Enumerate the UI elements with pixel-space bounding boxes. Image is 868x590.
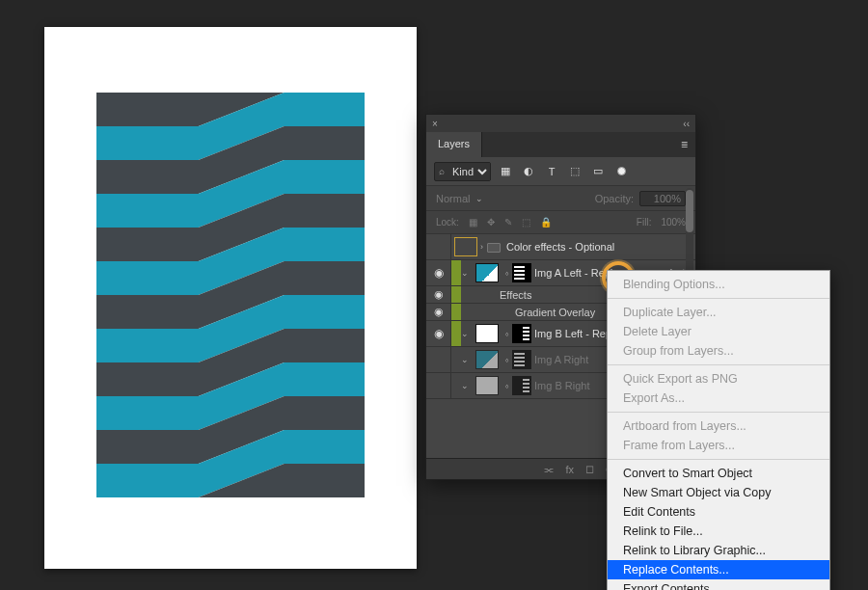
menu-item[interactable]: Convert to Smart Object xyxy=(608,464,829,483)
kind-dropdown[interactable]: Kind xyxy=(448,163,490,180)
chevron-down-icon[interactable]: ⌄ xyxy=(461,355,473,364)
chevron-down-icon[interactable]: ⌄ xyxy=(461,329,473,338)
link-icon: ⬨ xyxy=(502,329,512,338)
chevron-down-icon: ⌄ xyxy=(475,194,487,203)
group-icon xyxy=(454,237,477,256)
lock-all-icon[interactable]: 🔒 xyxy=(540,217,552,228)
layer-row-color-effects[interactable]: ›Color effects - Optional xyxy=(426,234,695,260)
visibility-toggle[interactable]: ◉ xyxy=(426,321,451,346)
panel-tabs: Layers ≡ xyxy=(426,132,695,157)
opacity-value[interactable]: 100% xyxy=(639,191,686,206)
lock-artboard-icon[interactable]: ⬚ xyxy=(522,217,530,228)
menu-item[interactable]: Replace Contents... xyxy=(608,560,829,579)
menu-separator xyxy=(608,298,829,299)
panel-menu-icon[interactable]: ≡ xyxy=(673,132,695,157)
visibility-toggle[interactable] xyxy=(426,347,451,372)
fx-icon[interactable]: fx xyxy=(565,464,574,475)
link-layers-icon[interactable]: ⫘ xyxy=(543,464,554,475)
filter-adjustment-icon[interactable]: ◐ xyxy=(520,163,537,180)
lock-fill-row: Lock: ▦ ✥ ✎ ⬚ 🔒 Fill: 100% xyxy=(426,211,695,234)
filter-toggle-dot[interactable] xyxy=(612,163,630,180)
collapse-icon[interactable]: ‹‹ xyxy=(683,119,690,129)
lock-pixels-icon[interactable]: ▦ xyxy=(469,217,477,228)
mask-icon[interactable]: ◻ xyxy=(585,463,594,475)
layer-thumbnail[interactable] xyxy=(475,350,499,369)
visibility-toggle[interactable]: ◉ xyxy=(426,304,451,320)
visibility-toggle[interactable] xyxy=(426,234,451,259)
fill-value[interactable]: 100% xyxy=(661,217,686,228)
menu-item: Group from Layers... xyxy=(608,341,829,361)
menu-item: Artboard from Layers... xyxy=(608,416,829,436)
panel-titlebar[interactable]: × ‹‹ xyxy=(426,115,695,132)
layer-mask-thumbnail[interactable] xyxy=(512,263,531,282)
menu-separator xyxy=(608,459,829,460)
color-chip xyxy=(451,321,461,346)
filter-smartobj-icon[interactable]: ▭ xyxy=(589,163,607,180)
layer-thumbnail[interactable] xyxy=(475,263,499,282)
opacity-label: Opacity: xyxy=(595,193,634,204)
filter-type-icon[interactable]: T xyxy=(543,163,560,180)
search-icon: ⌕ xyxy=(435,166,448,176)
chevron-right-icon[interactable]: › xyxy=(480,242,487,252)
layer-mask-thumbnail[interactable] xyxy=(512,350,531,369)
lock-position-icon[interactable]: ✥ xyxy=(487,217,495,228)
menu-item: Delete Layer xyxy=(608,322,829,341)
filter-image-icon[interactable]: ▦ xyxy=(497,163,514,180)
filter-kind-select[interactable]: ⌕ Kind xyxy=(434,162,491,181)
blend-opacity-row: Normal ⌄ Opacity: 100% xyxy=(426,186,695,211)
menu-item[interactable]: Relink to File... xyxy=(608,522,829,541)
filter-shape-icon[interactable]: ⬚ xyxy=(566,163,583,180)
effect-label: Gradient Overlay xyxy=(461,307,595,318)
blend-mode-select[interactable]: Normal xyxy=(436,193,470,204)
lock-label: Lock: xyxy=(436,217,459,228)
artwork xyxy=(96,93,365,501)
layer-name[interactable]: Color effects - Optional xyxy=(506,241,695,253)
link-icon: ⬨ xyxy=(502,268,512,278)
menu-item: Quick Export as PNG xyxy=(608,369,829,389)
menu-item: Frame from Layers... xyxy=(608,436,829,455)
document-canvas xyxy=(44,27,417,569)
layer-filter-row: ⌕ Kind ▦ ◐ T ⬚ ▭ xyxy=(426,157,695,186)
tab-layers[interactable]: Layers xyxy=(426,132,482,157)
menu-item: Blending Options... xyxy=(608,275,829,294)
layer-thumbnail[interactable] xyxy=(475,324,499,343)
layer-context-menu[interactable]: Blending Options...Duplicate Layer...Del… xyxy=(607,270,830,590)
color-chip xyxy=(451,260,461,285)
close-icon[interactable]: × xyxy=(432,119,438,129)
scrollbar-thumb[interactable] xyxy=(686,190,693,232)
visibility-toggle[interactable]: ◉ xyxy=(426,260,451,285)
layer-thumbnail[interactable] xyxy=(475,376,499,395)
menu-item: Export As... xyxy=(608,389,829,408)
layer-mask-thumbnail[interactable] xyxy=(512,376,531,395)
chevron-down-icon[interactable]: ⌄ xyxy=(461,268,473,278)
menu-item: Duplicate Layer... xyxy=(608,303,829,322)
menu-item[interactable]: Edit Contents xyxy=(608,502,829,522)
menu-separator xyxy=(608,364,829,365)
effect-label: Effects xyxy=(461,289,531,301)
fill-label: Fill: xyxy=(637,217,652,228)
layer-mask-thumbnail[interactable] xyxy=(512,324,531,343)
menu-item[interactable]: Relink to Library Graphic... xyxy=(608,541,829,560)
visibility-toggle[interactable] xyxy=(426,373,451,398)
menu-separator xyxy=(608,412,829,413)
menu-item[interactable]: Export Contents... xyxy=(608,579,829,590)
visibility-toggle[interactable]: ◉ xyxy=(426,286,451,303)
link-icon: ⬨ xyxy=(502,355,512,364)
menu-item[interactable]: New Smart Object via Copy xyxy=(608,483,829,502)
link-icon: ⬨ xyxy=(502,381,512,390)
folder-icon xyxy=(487,243,501,253)
chevron-down-icon[interactable]: ⌄ xyxy=(461,381,473,390)
lock-brush-icon[interactable]: ✎ xyxy=(504,217,512,228)
